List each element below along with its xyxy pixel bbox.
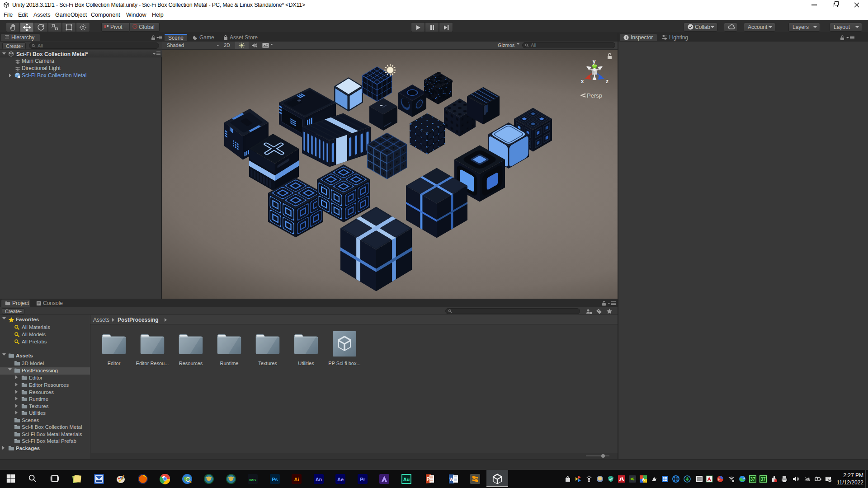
svg-text:An: An: [316, 477, 322, 482]
svg-text:Ps: Ps: [272, 477, 278, 482]
svg-text:x: x: [581, 78, 584, 84]
svg-text:P: P: [427, 477, 430, 482]
svg-text:W: W: [449, 477, 454, 482]
svg-text:y: y: [593, 58, 596, 65]
svg-text:37: 37: [750, 477, 755, 482]
svg-text:Pr: Pr: [360, 477, 365, 482]
svg-text:A: A: [642, 477, 645, 482]
svg-text:Ai: Ai: [294, 477, 299, 482]
svg-text:Ae: Ae: [337, 477, 344, 482]
svg-text:37: 37: [760, 477, 766, 482]
svg-text:z: z: [606, 78, 609, 84]
svg-text:H: H: [588, 479, 590, 482]
svg-text:IMG: IMG: [249, 478, 256, 482]
svg-text:Au: Au: [403, 477, 410, 482]
svg-text:Persp: Persp: [587, 92, 602, 99]
